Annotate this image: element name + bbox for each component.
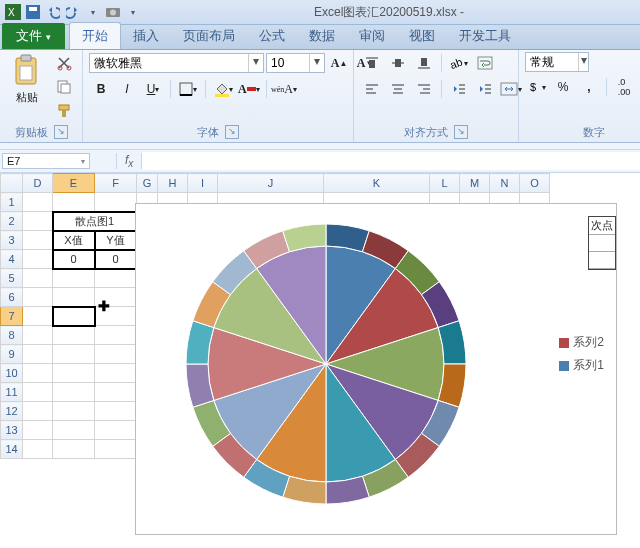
clipboard-dialog-launcher[interactable]: ↘ [54, 125, 68, 139]
align-left-button[interactable] [360, 78, 384, 100]
redo-icon[interactable] [64, 3, 82, 21]
cell-E1[interactable] [53, 193, 95, 212]
row-header-10[interactable]: 10 [1, 364, 23, 383]
legend-item-series2[interactable]: 系列2 [559, 334, 604, 351]
font-name-combo[interactable]: ▾ [89, 53, 264, 73]
cell-F14[interactable] [95, 440, 137, 459]
pie-chart[interactable] [176, 214, 476, 514]
fx-icon[interactable]: fx [116, 153, 142, 169]
tab-pagelayout[interactable]: 页面布局 [171, 23, 247, 49]
comma-button[interactable]: , [577, 76, 601, 98]
font-dialog-launcher[interactable]: ↘ [225, 125, 239, 139]
cut-button[interactable] [52, 52, 76, 74]
undo-icon[interactable] [44, 3, 62, 21]
phonetic-button[interactable]: wénA▾ [272, 78, 296, 100]
tab-home[interactable]: 开始 [69, 22, 121, 49]
cell-D4[interactable] [23, 250, 53, 269]
file-tab[interactable]: 文件 ▾ [2, 23, 65, 49]
col-header-E[interactable]: E [53, 174, 95, 193]
increase-font-button[interactable]: A▲ [327, 52, 351, 74]
row-header-2[interactable]: 2 [1, 212, 23, 231]
embedded-chart[interactable]: 系列2 系列1 次点 [135, 203, 617, 535]
underline-button[interactable]: U▾ [141, 78, 165, 100]
cell-E6[interactable] [53, 288, 95, 307]
cell-D6[interactable] [23, 288, 53, 307]
font-size-input[interactable] [267, 54, 309, 72]
cell-D2[interactable] [23, 212, 53, 231]
decrease-indent-button[interactable] [447, 78, 471, 100]
cell-F12[interactable] [95, 402, 137, 421]
cell-F11[interactable] [95, 383, 137, 402]
cell-D12[interactable] [23, 402, 53, 421]
cell-F9[interactable] [95, 345, 137, 364]
cell-E5[interactable] [53, 269, 95, 288]
chevron-down-icon[interactable]: ▾ [248, 54, 263, 72]
row-header-8[interactable]: 8 [1, 326, 23, 345]
chevron-down-icon[interactable]: ▾ [309, 54, 324, 72]
tab-formulas[interactable]: 公式 [247, 23, 297, 49]
legend-item-series1[interactable]: 系列1 [559, 357, 604, 374]
cell-E13[interactable] [53, 421, 95, 440]
col-header-K[interactable]: K [324, 174, 430, 193]
copy-button[interactable] [52, 76, 76, 98]
tab-developer[interactable]: 开发工具 [447, 23, 523, 49]
row-header-3[interactable]: 3 [1, 231, 23, 250]
row-header-13[interactable]: 13 [1, 421, 23, 440]
col-header-L[interactable]: L [430, 174, 460, 193]
cell-F8[interactable] [95, 326, 137, 345]
italic-button[interactable]: I [115, 78, 139, 100]
qat-dropdown2-icon[interactable]: ▾ [124, 3, 142, 21]
cell-F5[interactable] [95, 269, 137, 288]
col-header-D[interactable]: D [23, 174, 53, 193]
cell-F1[interactable] [95, 193, 137, 212]
cell-D13[interactable] [23, 421, 53, 440]
worksheet[interactable]: DEFGHIJKLMNO12散点图13X值Y值40056789101112131… [0, 173, 640, 548]
wrap-text-button[interactable] [473, 52, 497, 74]
align-right-button[interactable] [412, 78, 436, 100]
accounting-button[interactable]: $▾ [525, 76, 549, 98]
row-header-7[interactable]: 7 [1, 307, 23, 326]
tab-insert[interactable]: 插入 [121, 23, 171, 49]
fill-color-button[interactable]: ▾ [211, 78, 235, 100]
col-header-M[interactable]: M [460, 174, 490, 193]
percent-button[interactable]: % [551, 76, 575, 98]
cell-E2[interactable]: 散点图1 [53, 212, 137, 231]
row-header-12[interactable]: 12 [1, 402, 23, 421]
increase-indent-button[interactable] [473, 78, 497, 100]
name-box[interactable]: E7▾ [2, 153, 90, 169]
col-header-O[interactable]: O [520, 174, 550, 193]
font-color-button[interactable]: A▾ [237, 78, 261, 100]
col-header-I[interactable]: I [188, 174, 218, 193]
cell-D14[interactable] [23, 440, 53, 459]
tab-data[interactable]: 数据 [297, 23, 347, 49]
tab-view[interactable]: 视图 [397, 23, 447, 49]
number-format-input[interactable] [526, 53, 578, 71]
align-bottom-button[interactable] [412, 52, 436, 74]
camera-icon[interactable] [104, 3, 122, 21]
row-header-5[interactable]: 5 [1, 269, 23, 288]
orientation-button[interactable]: ab▾ [447, 52, 471, 74]
chevron-down-icon[interactable]: ▾ [81, 157, 85, 166]
align-top-button[interactable] [360, 52, 384, 74]
align-middle-button[interactable] [386, 52, 410, 74]
cell-D8[interactable] [23, 326, 53, 345]
font-name-input[interactable] [90, 54, 248, 72]
chevron-down-icon[interactable]: ▾ [578, 53, 588, 71]
cell-F3[interactable]: Y值 [95, 231, 137, 250]
cell-D1[interactable] [23, 193, 53, 212]
cell-E8[interactable] [53, 326, 95, 345]
cell-D10[interactable] [23, 364, 53, 383]
tab-review[interactable]: 审阅 [347, 23, 397, 49]
cell-D11[interactable] [23, 383, 53, 402]
increase-decimal-button[interactable]: .0.00 [612, 76, 636, 98]
cell-E3[interactable]: X值 [53, 231, 95, 250]
row-header-6[interactable]: 6 [1, 288, 23, 307]
cell-F13[interactable] [95, 421, 137, 440]
number-format-combo[interactable]: ▾ [525, 52, 589, 72]
cell-F4[interactable]: 0 [95, 250, 137, 269]
cell-E10[interactable] [53, 364, 95, 383]
cell-F10[interactable] [95, 364, 137, 383]
cell-D9[interactable] [23, 345, 53, 364]
row-header-11[interactable]: 11 [1, 383, 23, 402]
row-header-14[interactable]: 14 [1, 440, 23, 459]
